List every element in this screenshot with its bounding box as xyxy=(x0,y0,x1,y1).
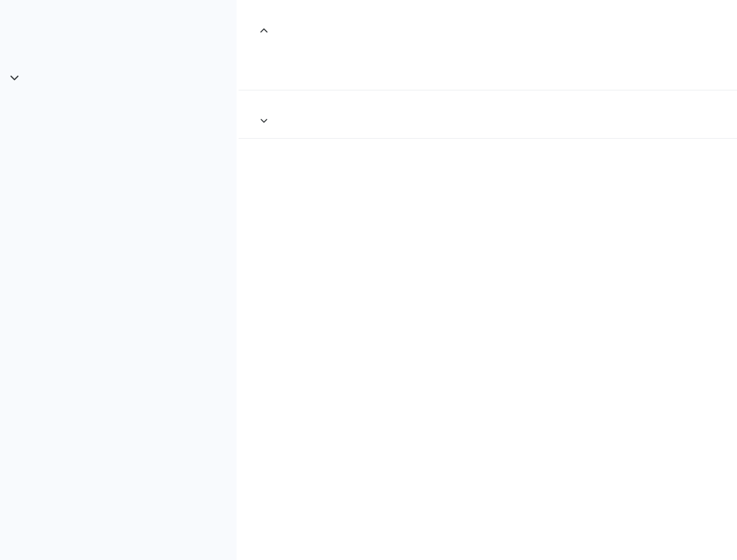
chevron-down-icon xyxy=(8,71,21,85)
section-header-buyer-lead[interactable] xyxy=(239,0,737,43)
chevron-up-icon xyxy=(258,24,270,37)
chevron-down-icon xyxy=(258,115,270,126)
section-header-seller-lead[interactable] xyxy=(239,43,737,90)
labels-header xyxy=(0,23,237,56)
sidebar xyxy=(0,0,237,560)
email-list-pane xyxy=(237,0,737,560)
sidebar-system-items xyxy=(0,0,237,1)
sidebar-item-more-labels[interactable] xyxy=(0,61,237,94)
section-header-everything-else[interactable] xyxy=(239,90,737,139)
